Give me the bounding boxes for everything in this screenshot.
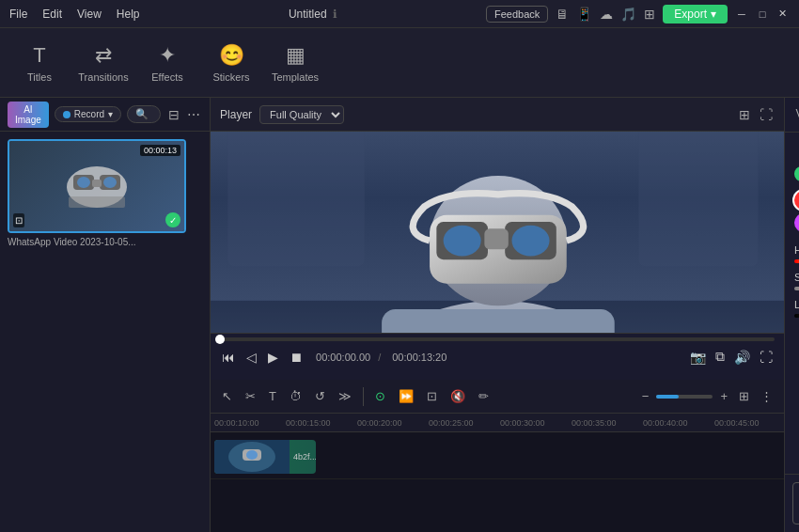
hue-slider-track[interactable] (794, 259, 799, 263)
pip-button[interactable]: ⧉ (713, 347, 727, 367)
sidebar-item-templates[interactable]: ▦ Templates (265, 35, 325, 91)
speed-tool[interactable]: ⏩ (395, 387, 417, 405)
svg-point-4 (77, 177, 90, 188)
sidebar-item-effects[interactable]: ✦ Effects (137, 35, 197, 91)
minimize-button[interactable]: ─ (735, 8, 748, 21)
feedback-button[interactable]: Feedback (486, 6, 548, 23)
player-label: Player (220, 108, 252, 121)
menu-view[interactable]: View (77, 8, 102, 21)
sidebar-item-stickers[interactable]: 😊 Stickers (201, 35, 261, 91)
sidebar-item-transitions[interactable]: ⇄ Transitions (73, 35, 133, 91)
svg-rect-14 (484, 228, 508, 249)
close-button[interactable]: ✕ (776, 8, 790, 21)
ruler-mark: 00:00:35:00 (570, 418, 641, 428)
audio-icon: 🎵 (620, 7, 636, 22)
svg-rect-17 (382, 309, 615, 333)
cloud-icon: ☁ (600, 7, 613, 22)
sidebar-item-titles[interactable]: T Titles (9, 35, 70, 91)
menu-help[interactable]: Help (117, 8, 140, 21)
grid-icon: ⊞ (644, 7, 655, 22)
hsl-toggle-row: HSL ◇ (794, 166, 799, 181)
playback-controls: ⏮ ◁ ▶ ⏹ 00:00:00.00 / 00:00:13:20 📷 ⧉ 🔊 … (211, 333, 784, 380)
fullscreen-button[interactable]: ⛶ (758, 347, 775, 367)
center-and-timeline: Player Full Quality ⊞ ⛶ (211, 98, 784, 532)
title-bar-right: Feedback 🖥 📱 ☁ 🎵 ⊞ Export ▾ ─ □ ✕ (486, 5, 790, 23)
skip-back-button[interactable]: ⏮ (220, 348, 237, 367)
zoom-slider[interactable] (656, 395, 713, 399)
volume-button[interactable]: 🔊 (732, 347, 752, 367)
ruler-mark: 00:00:10:00 (212, 418, 284, 428)
media-actions: ⊟ ⋯ (166, 105, 202, 124)
tab-video[interactable]: Video (785, 98, 799, 132)
edit-tool[interactable]: ✏ (475, 387, 493, 405)
ai-image-button[interactable]: AI Image (8, 102, 49, 128)
svg-point-15 (444, 226, 481, 257)
hue-label: Hue (794, 244, 799, 256)
search-box[interactable]: 🔍 (127, 105, 161, 123)
trim-tool[interactable]: ✂ (242, 387, 259, 405)
effects-icon: ✦ (159, 43, 176, 68)
luminance-slider-track[interactable] (794, 314, 799, 318)
progress-thumb[interactable] (215, 335, 225, 344)
effects-label: Effects (151, 71, 182, 83)
frame-back-button[interactable]: ◁ (244, 348, 258, 367)
transitions-label: Transitions (78, 71, 128, 83)
basic-sub-tab[interactable]: Basic (794, 142, 799, 157)
quality-select[interactable]: Full Quality (259, 105, 344, 124)
text-tool[interactable]: T (265, 387, 280, 405)
track-clip[interactable]: 4b2f... (214, 440, 316, 474)
expand-icon[interactable]: ⊞ (737, 105, 752, 124)
stabilize-tool[interactable]: ⊡ (423, 387, 441, 405)
mute-tool[interactable]: 🔇 (446, 387, 469, 405)
video-track: 4b2f... (211, 432, 784, 479)
timeline-section: ↖ ✂ T ⏱ ↺ ≫ ⊙ ⏩ ⊡ 🔇 ✏ − (211, 380, 784, 532)
clip-thumbnail (214, 440, 290, 474)
saturation-slider-track[interactable] (794, 287, 799, 290)
menu-edit[interactable]: Edit (42, 8, 62, 21)
saturation-slider-group: Saturation ◇ 0.00 (794, 271, 799, 290)
svg-rect-18 (227, 132, 365, 266)
timeline-more[interactable]: ⋮ (757, 387, 776, 405)
progress-bar[interactable] (220, 337, 775, 341)
stop-button[interactable]: ⏹ (288, 348, 305, 367)
color-swatches (794, 191, 799, 232)
fullscreen-icon[interactable]: ⛶ (758, 105, 775, 124)
hsl-toggle[interactable] (794, 166, 799, 181)
maximize-button[interactable]: □ (756, 8, 769, 21)
record-button[interactable]: Record ▾ (55, 106, 121, 122)
timeline-settings[interactable]: ⊞ (735, 387, 753, 405)
ruler-mark: 00:00:30:00 (498, 418, 570, 428)
cursor-tool[interactable]: ↖ (218, 387, 236, 405)
reset-button[interactable]: Reset (792, 482, 799, 524)
svg-point-16 (512, 226, 550, 257)
chevron-down-icon: ▾ (108, 109, 113, 119)
zoom-out-button[interactable]: − (638, 387, 653, 405)
saturation-label: Saturation (794, 272, 799, 283)
video-area (211, 132, 784, 333)
timeline-ruler: 00:00:10:00 00:00:15:00 00:00:20:00 00:0… (211, 414, 784, 432)
filter-button[interactable]: ⊟ (166, 105, 181, 124)
zoom-in-button[interactable]: + (716, 387, 731, 405)
transitions-icon: ⇄ (95, 43, 112, 68)
luminance-label-row: Luminance ◇ 0.00 (794, 298, 799, 310)
ruler-marks: 00:00:10:00 00:00:15:00 00:00:20:00 00:0… (212, 418, 784, 428)
toolbar-separator (363, 387, 364, 406)
more-tools[interactable]: ≫ (335, 387, 355, 405)
current-time: 00:00:00.00 (316, 352, 370, 363)
export-button[interactable]: Export ▾ (663, 5, 728, 23)
stickers-icon: 😊 (219, 43, 244, 68)
snapshot-button[interactable]: 📷 (688, 347, 708, 367)
green-screen-tool[interactable]: ⊙ (371, 387, 389, 405)
more-options-button[interactable]: ⋯ (185, 105, 202, 124)
player-right-controls: 📷 ⧉ 🔊 ⛶ (688, 347, 775, 367)
clock-tool[interactable]: ⏱ (286, 387, 306, 405)
rotate-tool[interactable]: ↺ (311, 387, 329, 405)
swatch-purple[interactable] (794, 213, 799, 232)
swatch-red[interactable] (794, 191, 799, 210)
menu-file[interactable]: File (9, 8, 27, 21)
list-item[interactable]: 00:00:13 ⊡ ✓ WhatsApp Video 2023-10-05..… (8, 139, 186, 247)
info-icon: ℹ (333, 8, 337, 21)
play-button[interactable]: ▶ (266, 348, 280, 367)
title-bar: File Edit View Help Untitled ℹ Feedback … (0, 0, 799, 28)
luminance-label: Luminance (794, 299, 799, 310)
